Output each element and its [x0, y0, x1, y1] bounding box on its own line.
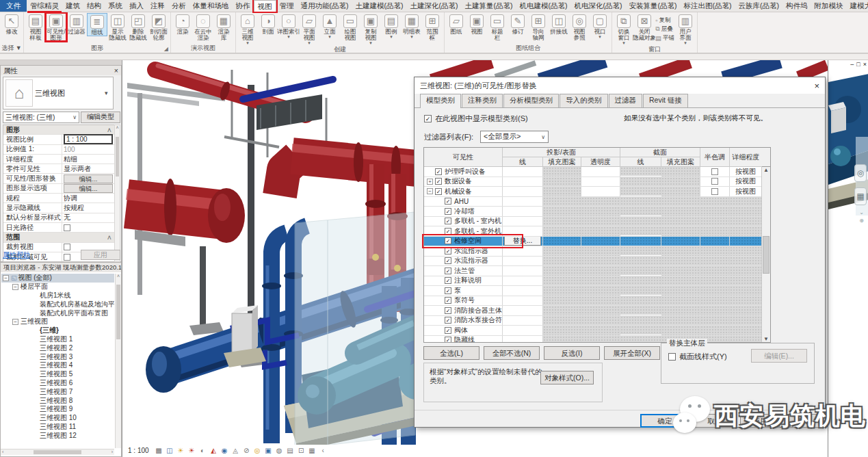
browser-tree-item[interactable]: 三维视图 3	[1, 352, 114, 361]
category-checkbox[interactable]	[445, 307, 451, 314]
category-row[interactable]: 消防水泵接合符号	[424, 316, 762, 326]
detail-level-cell[interactable]	[730, 217, 762, 226]
view-control-icon[interactable]: ▩	[155, 446, 163, 455]
detail-level-cell[interactable]	[730, 326, 762, 335]
dialog-tab[interactable]: Revit 链接	[643, 94, 688, 107]
ribbon-button[interactable]: ▤ 视图样板 ▾	[25, 13, 46, 41]
tree-expander-icon[interactable]	[31, 354, 38, 360]
view-control-icon[interactable]: ◍	[275, 446, 284, 455]
category-row[interactable]: 注释说明	[424, 276, 762, 287]
view-control-icon[interactable]: ⊡	[297, 446, 306, 455]
view-control-icon[interactable]: ◐	[198, 446, 207, 455]
ribbon-button[interactable]: ▱ 平面视图 ▾	[299, 13, 319, 45]
category-row[interactable]: + 数据设备 按视图	[424, 177, 762, 187]
ribbon-tab[interactable]: 建模大师 (通用)	[847, 0, 868, 12]
tree-expander-icon[interactable]	[31, 389, 38, 395]
ribbon-button[interactable]: ◎ 视图参照 ▾	[569, 13, 590, 41]
ribbon-button[interactable]: ▤ 图例 ▾	[381, 13, 402, 39]
tree-expander-icon[interactable]	[436, 267, 443, 274]
ribbon-button[interactable]: ⊠ 关闭隐藏对象 ▾	[634, 13, 655, 41]
close-icon[interactable]: ×	[814, 81, 819, 91]
ribbon-button[interactable]: ⊞ 范围框 ▾	[422, 13, 443, 41]
tree-expander-icon[interactable]	[436, 208, 443, 214]
close-icon[interactable]: ×	[863, 61, 867, 68]
dialog-tab[interactable]: 分析模型类别	[503, 94, 559, 107]
tree-expander-icon[interactable]	[31, 363, 38, 369]
ribbon-tab[interactable]: 构件坞	[782, 0, 811, 12]
category-checkbox[interactable]	[445, 317, 451, 324]
ribbon-tab[interactable]: 机电建模(品茗)	[516, 0, 571, 12]
category-row[interactable]: 冷却塔	[424, 207, 762, 217]
edit-type-button[interactable]: 编辑类型	[81, 112, 120, 123]
tree-expander-icon[interactable]	[436, 238, 443, 244]
browser-tree-item[interactable]: 三维视图 1	[1, 335, 114, 344]
category-row[interactable]: 法兰管	[424, 266, 762, 276]
view-control-icon[interactable]: ▦	[308, 446, 317, 455]
ribbon-button[interactable]: ▣ 视图 ▾	[466, 13, 487, 35]
ribbon-tab[interactable]: 通用功能(品茗)	[298, 0, 352, 12]
expand-all-button[interactable]: 展开全部(X)	[604, 346, 660, 360]
property-row[interactable]: 规程 协调	[3, 194, 114, 203]
close-icon[interactable]: ×	[114, 66, 118, 75]
ribbon-button[interactable]: ▥ 过滤器 ▾	[66, 13, 87, 35]
tree-expander-icon[interactable]	[436, 327, 443, 333]
ribbon-button[interactable]: ▲ 立面 ▾	[319, 13, 340, 39]
view-control-icon[interactable]: ◫	[166, 446, 174, 455]
ribbon-tab[interactable]: 分析	[168, 0, 189, 12]
property-row[interactable]: 图形显示选项 编辑...	[3, 184, 114, 194]
ribbon-tab[interactable]: 管综精灵	[27, 0, 62, 12]
detail-level-cell[interactable]	[730, 316, 762, 326]
detail-level-cell[interactable]	[730, 207, 762, 216]
property-row[interactable]: 可见性/图形替换 编辑...	[3, 174, 114, 183]
dialog-tab[interactable]: 导入的类别	[560, 94, 608, 107]
category-checkbox[interactable]	[445, 218, 451, 224]
browser-tree-item[interactable]: 三维视图 4	[1, 361, 114, 370]
show-model-categories-checkbox[interactable]	[424, 115, 432, 122]
detail-level-cell[interactable]	[730, 246, 762, 256]
browser-tree-item[interactable]: 三维视图 11	[1, 423, 114, 432]
detail-level-cell[interactable]	[730, 336, 762, 343]
properties-help-link[interactable]: 属性帮助	[3, 250, 30, 260]
detail-level-cell[interactable]	[730, 226, 762, 236]
tree-expander-icon[interactable]	[427, 168, 433, 174]
ribbon-tab[interactable]: 机电深化(品茗)	[571, 0, 626, 12]
tree-expander-icon[interactable]	[436, 228, 443, 234]
select-all-button[interactable]: 全选(L)	[423, 346, 479, 360]
category-checkbox[interactable]	[445, 248, 451, 254]
category-row[interactable]: AHU	[424, 197, 762, 207]
tree-expander-icon[interactable]	[436, 218, 443, 224]
view-control-icon[interactable]: ◎	[253, 446, 262, 455]
ribbon-button[interactable]: ▾ ▫ 复制 ⧉ 层叠 ▤ 平铺	[655, 13, 675, 42]
tree-expander-icon[interactable]	[31, 432, 38, 439]
category-row[interactable]: 护理呼叫设备 按视图	[424, 167, 762, 177]
detail-level-cell[interactable]: 按视图	[730, 187, 762, 196]
category-row[interactable]: 消防接合器主体	[424, 306, 762, 316]
tree-expander-icon[interactable]	[31, 292, 38, 298]
property-row[interactable]: 视图比例 1 : 100	[3, 135, 114, 144]
ribbon-tab[interactable]: 土建深化(品茗)	[407, 0, 462, 12]
ribbon-small-button[interactable]: ▤ 平铺	[655, 34, 674, 42]
property-row[interactable]: 范围	[3, 233, 114, 242]
ribbon-tab[interactable]: 安装算量(品茗)	[626, 0, 681, 12]
ribbon-button[interactable]: ▣ 复制视图 ▾	[360, 13, 381, 45]
ribbon-button[interactable]: ◫ 拼接线 ▾	[549, 13, 569, 35]
ribbon-button[interactable]: ◫ 显示隐藏线 ▾	[107, 13, 128, 41]
detail-level-cell[interactable]	[730, 266, 762, 276]
tree-expander-icon[interactable]	[31, 371, 38, 378]
category-checkbox[interactable]	[445, 257, 451, 264]
category-checkbox[interactable]	[445, 267, 451, 274]
ribbon-button[interactable]: ↖ 修改 ▾	[1, 13, 22, 35]
dialog-launcher-icon[interactable]: ◢	[164, 45, 168, 53]
tree-expander-icon[interactable]	[31, 336, 38, 342]
tree-expander-icon[interactable]	[31, 345, 38, 351]
tree-expander-icon[interactable]: +	[427, 179, 433, 185]
tree-expander-icon[interactable]	[31, 406, 38, 413]
category-row[interactable]: 泵符号	[424, 296, 762, 306]
category-checkbox[interactable]	[445, 198, 451, 205]
ribbon-button[interactable]: ○ 详图索引 ▾	[278, 13, 299, 39]
tree-expander-icon[interactable]	[436, 317, 443, 324]
category-checkbox[interactable]	[435, 168, 442, 175]
category-checkbox[interactable]	[445, 327, 451, 334]
tree-expander-icon[interactable]: −	[3, 275, 9, 281]
properties-scrollbar[interactable]: ˄	[114, 125, 120, 262]
